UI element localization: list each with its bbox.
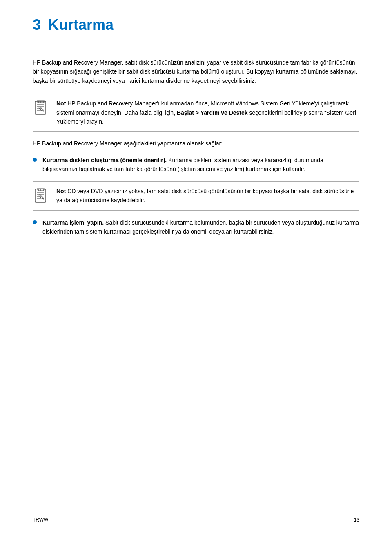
bullet-list: Kurtarma diskleri oluşturma (önemle öner… xyxy=(33,156,359,236)
intro-paragraph: HP Backup and Recovery Manager, sabit di… xyxy=(33,58,359,85)
manager-intro: HP Backup and Recovery Manager aşağıdaki… xyxy=(33,139,359,148)
note-box-1: Not HP Backup and Recovery Manager'ı kul… xyxy=(33,94,359,132)
note-label-1: Not xyxy=(56,100,66,107)
note-label-2: Not xyxy=(56,188,66,194)
note-icon-1 xyxy=(33,100,51,118)
bullet-text-2: Kurtarma işlemi yapın. Sabit disk sürücü… xyxy=(42,218,359,236)
note-bold-1: Başlat > Yardım ve Destek xyxy=(177,109,248,116)
note-text-2b: CD veya DVD yazıcınız yoksa, tam sabit d… xyxy=(56,188,354,203)
svg-marker-6 xyxy=(42,110,45,113)
bullet-bold-1: Kurtarma diskleri oluşturma (önemle öner… xyxy=(42,157,167,163)
chapter-header: 3 Kurtarma xyxy=(33,16,359,33)
svg-marker-17 xyxy=(42,198,45,200)
chapter-number: 3 xyxy=(33,16,41,33)
footer-left: TRWW xyxy=(33,517,48,523)
footer-right: 13 xyxy=(354,517,359,523)
note-icon-2 xyxy=(33,187,51,205)
note-content-2: Not CD veya DVD yazıcınız yoksa, tam sab… xyxy=(56,187,359,205)
note-content-1: Not HP Backup and Recovery Manager'ı kul… xyxy=(56,99,359,126)
page-container: 3 Kurtarma HP Backup and Recovery Manage… xyxy=(0,0,392,267)
footer: TRWW 13 xyxy=(0,517,392,523)
note-box-2: Not CD veya DVD yazıcınız yoksa, tam sab… xyxy=(33,181,359,211)
svg-rect-11 xyxy=(35,189,46,202)
bullet-item-2: Kurtarma işlemi yapın. Sabit disk sürücü… xyxy=(33,218,359,236)
bullet-bold-2: Kurtarma işlemi yapın. xyxy=(42,219,104,226)
bullet-dot-2 xyxy=(33,220,37,224)
svg-rect-0 xyxy=(35,101,46,114)
bullet-text-1: Kurtarma diskleri oluşturma (önemle öner… xyxy=(42,156,359,174)
chapter-title: Kurtarma xyxy=(48,16,114,33)
note-box-2-wrapper: Not CD veya DVD yazıcınız yoksa, tam sab… xyxy=(33,181,359,211)
bullet-item-1: Kurtarma diskleri oluşturma (önemle öner… xyxy=(33,156,359,174)
bullet-dot-1 xyxy=(33,158,37,162)
